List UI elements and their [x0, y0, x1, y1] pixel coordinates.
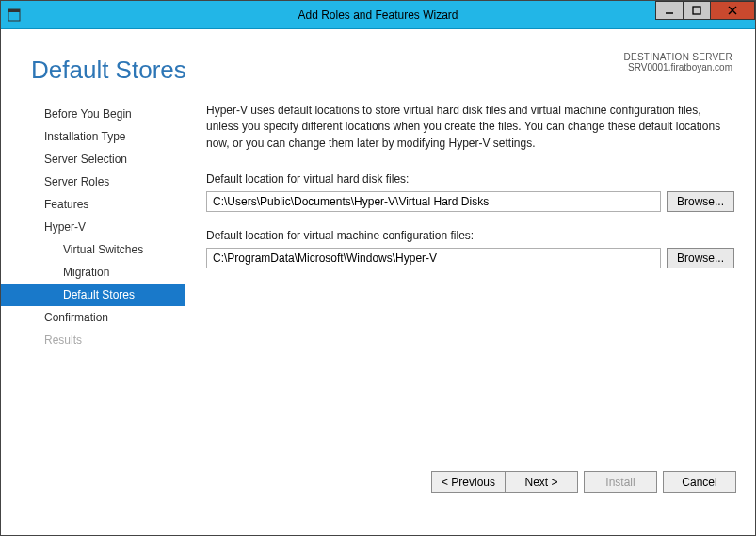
vhd-location-group: Default location for virtual hard disk f…: [206, 172, 734, 212]
minimize-button[interactable]: [655, 1, 684, 20]
nav-item-label: Default Stores: [63, 288, 135, 301]
window-title: Add Roles and Features Wizard: [298, 8, 458, 22]
destination-server-heading: DESTINATION SERVER: [623, 52, 732, 62]
nav-item-hyper-v[interactable]: Hyper-V: [1, 216, 185, 238]
nav-item-label: Hyper-V: [44, 220, 86, 234]
nav-item-virtual-switches[interactable]: Virtual Switches: [1, 238, 185, 261]
nav-item-results: Results: [1, 329, 185, 351]
vhd-browse-button[interactable]: Browse...: [667, 191, 734, 212]
page-description: Hyper-V uses default locations to store …: [206, 103, 734, 152]
destination-server-block: DESTINATION SERVER SRV0001.firatboyan.co…: [623, 52, 732, 73]
nav-item-confirmation[interactable]: Confirmation: [1, 306, 185, 329]
nav-item-server-selection[interactable]: Server Selection: [1, 148, 185, 171]
main-panel: Hyper-V uses default locations to store …: [206, 103, 734, 285]
vmconfig-location-label: Default location for virtual machine con…: [206, 229, 734, 242]
maximize-button[interactable]: [683, 1, 711, 20]
vmconfig-browse-button[interactable]: Browse...: [667, 248, 734, 268]
vmconfig-location-group: Default location for virtual machine con…: [206, 229, 734, 268]
nav-item-label: Confirmation: [44, 311, 108, 324]
vmconfig-location-input[interactable]: [206, 248, 661, 268]
nav-item-default-stores[interactable]: Default Stores: [1, 284, 185, 306]
nav-item-server-roles[interactable]: Server Roles: [1, 171, 185, 193]
vhd-location-input[interactable]: [206, 191, 661, 212]
nav-item-label: Server Roles: [44, 175, 109, 188]
cancel-button[interactable]: Cancel: [663, 471, 736, 493]
wizard-nav: Before You BeginInstallation TypeServer …: [1, 103, 185, 351]
svg-rect-1: [8, 9, 20, 12]
system-menu-icon[interactable]: [1, 8, 27, 22]
titlebar: Add Roles and Features Wizard: [1, 1, 755, 29]
nav-item-label: Features: [44, 198, 88, 211]
svg-rect-3: [693, 7, 700, 14]
page-title: Default Stores: [31, 56, 186, 85]
wizard-body: Default Stores DESTINATION SERVER SRV000…: [1, 29, 755, 500]
wizard-footer: < Previous Next > Install Cancel: [1, 463, 755, 500]
nav-item-before-you-begin[interactable]: Before You Begin: [1, 103, 185, 125]
nav-item-label: Migration: [63, 266, 109, 279]
destination-server-name: SRV0001.firatboyan.com: [623, 62, 732, 73]
nav-item-label: Results: [44, 333, 82, 347]
nav-item-label: Virtual Switches: [63, 243, 143, 256]
nav-item-label: Before You Begin: [44, 107, 132, 121]
install-button: Install: [584, 471, 657, 493]
next-button[interactable]: Next >: [505, 471, 578, 493]
nav-item-features[interactable]: Features: [1, 193, 185, 216]
vhd-location-label: Default location for virtual hard disk f…: [206, 172, 734, 186]
nav-item-installation-type[interactable]: Installation Type: [1, 125, 185, 148]
nav-item-label: Installation Type: [44, 130, 126, 143]
previous-button[interactable]: < Previous: [431, 471, 505, 493]
nav-item-label: Server Selection: [44, 153, 127, 166]
nav-item-migration[interactable]: Migration: [1, 261, 185, 284]
close-button[interactable]: [710, 1, 755, 20]
